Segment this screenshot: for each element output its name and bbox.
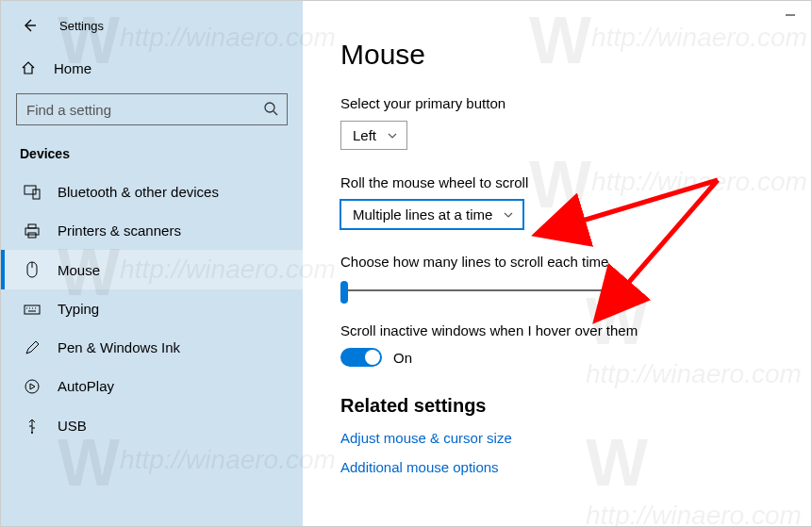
link-adjust-cursor[interactable]: Adjust mouse & cursor size: [340, 430, 811, 446]
usb-icon: [24, 417, 41, 434]
home-icon: [20, 59, 37, 76]
devices-icon: [24, 185, 41, 200]
arrow-left-icon: [21, 17, 38, 34]
back-button[interactable]: [20, 16, 39, 35]
sidebar-item-home[interactable]: Home: [1, 50, 303, 86]
dropdown-value: Left: [353, 127, 376, 143]
search-input[interactable]: [16, 93, 288, 125]
minimize-icon: [785, 9, 796, 21]
toggle-knob: [365, 350, 380, 365]
sidebar-item-label: Typing: [58, 301, 99, 317]
home-label: Home: [54, 60, 91, 76]
pen-icon: [24, 340, 41, 355]
related-settings-header: Related settings: [340, 395, 811, 417]
search-icon: [263, 101, 278, 120]
svg-rect-7: [25, 305, 40, 314]
svg-point-0: [265, 103, 274, 112]
svg-point-8: [25, 380, 39, 393]
slider-thumb[interactable]: [340, 281, 348, 304]
sidebar-item-typing[interactable]: Typing: [1, 289, 303, 328]
sidebar-item-mouse[interactable]: Mouse: [1, 250, 303, 289]
autoplay-icon: [24, 379, 41, 394]
inactive-windows-toggle[interactable]: [340, 348, 382, 367]
sidebar-item-label: USB: [58, 418, 87, 434]
sidebar: Settings Home Devices Bluetooth & other …: [1, 1, 303, 526]
printer-icon: [24, 223, 41, 239]
section-header: Devices: [1, 140, 303, 173]
lines-scroll-label: Choose how many lines to scroll each tim…: [340, 254, 811, 270]
sidebar-item-autoplay[interactable]: AutoPlay: [1, 367, 303, 405]
sidebar-item-usb[interactable]: USB: [1, 405, 303, 445]
toggle-state-label: On: [393, 350, 412, 366]
chevron-down-icon: [504, 210, 513, 220]
sidebar-item-printers[interactable]: Printers & scanners: [1, 211, 303, 250]
svg-rect-4: [28, 224, 36, 228]
mouse-icon: [24, 261, 41, 278]
keyboard-icon: [24, 303, 41, 316]
chevron-down-icon: [388, 131, 397, 140]
dropdown-value: Multiple lines at a time: [353, 206, 492, 222]
link-additional-options[interactable]: Additional mouse options: [340, 459, 811, 475]
sidebar-item-label: Printers & scanners: [58, 222, 181, 239]
page-title: Mouse: [340, 39, 811, 71]
inactive-windows-label: Scroll inactive windows when I hover ove…: [340, 322, 811, 338]
sidebar-item-pen[interactable]: Pen & Windows Ink: [1, 328, 303, 367]
wheel-scroll-dropdown[interactable]: Multiple lines at a time: [340, 200, 523, 229]
sidebar-item-label: Pen & Windows Ink: [58, 339, 180, 355]
minimize-button[interactable]: [785, 8, 796, 24]
sidebar-item-label: AutoPlay: [58, 378, 114, 394]
content-area: Mouse Select your primary button Left Ro…: [303, 1, 811, 526]
nav-list: Bluetooth & other devices Printers & sca…: [1, 173, 303, 445]
svg-rect-3: [25, 228, 39, 235]
lines-scroll-slider[interactable]: [340, 279, 614, 302]
slider-track: [340, 289, 614, 291]
sidebar-item-label: Bluetooth & other devices: [58, 184, 219, 200]
sidebar-item-bluetooth[interactable]: Bluetooth & other devices: [1, 173, 303, 211]
app-title: Settings: [59, 19, 104, 33]
svg-point-9: [31, 432, 33, 434]
sidebar-item-label: Mouse: [58, 262, 100, 278]
primary-button-dropdown[interactable]: Left: [340, 121, 407, 150]
primary-button-label: Select your primary button: [340, 95, 811, 111]
wheel-scroll-label: Roll the mouse wheel to scroll: [340, 174, 811, 190]
